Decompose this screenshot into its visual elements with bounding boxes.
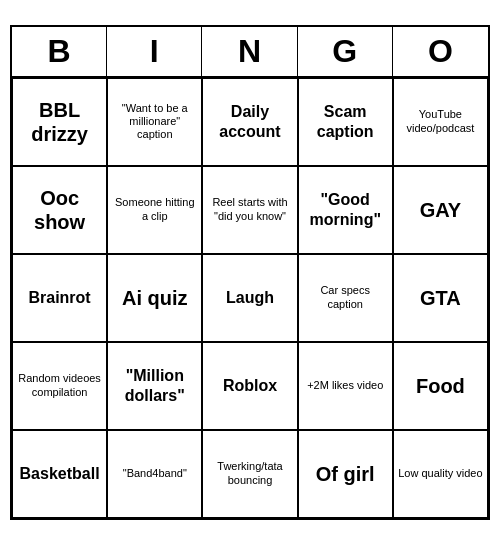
bingo-cell: GTA [393,254,488,342]
bingo-grid: BBL drizzy"Want to be a millionare" capt… [12,78,488,518]
bingo-cell: Of girl [298,430,393,518]
bingo-cell: +2M likes video [298,342,393,430]
bingo-cell: "Million dollars" [107,342,202,430]
bingo-header: BINGO [12,27,488,78]
bingo-cell: Random videoes compilation [12,342,107,430]
bingo-cell: YouTube video/podcast [393,78,488,166]
bingo-cell: Roblox [202,342,297,430]
bingo-cell: "Good morning" [298,166,393,254]
bingo-cell: "Band4band" [107,430,202,518]
header-letter: G [298,27,393,76]
bingo-cell: Brainrot [12,254,107,342]
bingo-cell: Car specs caption [298,254,393,342]
bingo-cell: "Want to be a millionare" caption [107,78,202,166]
bingo-cell: Daily account [202,78,297,166]
bingo-cell: Laugh [202,254,297,342]
bingo-cell: BBL drizzy [12,78,107,166]
bingo-cell: Ai quiz [107,254,202,342]
header-letter: B [12,27,107,76]
header-letter: I [107,27,202,76]
bingo-cell: Twerking/tata bouncing [202,430,297,518]
bingo-card: BINGO BBL drizzy"Want to be a millionare… [10,25,490,520]
bingo-cell: Someone hitting a clip [107,166,202,254]
header-letter: N [202,27,297,76]
bingo-cell: Low quality video [393,430,488,518]
bingo-cell: Food [393,342,488,430]
header-letter: O [393,27,488,76]
bingo-cell: Reel starts with "did you know" [202,166,297,254]
bingo-cell: GAY [393,166,488,254]
bingo-cell: Ooc show [12,166,107,254]
bingo-cell: Scam caption [298,78,393,166]
bingo-cell: Basketball [12,430,107,518]
